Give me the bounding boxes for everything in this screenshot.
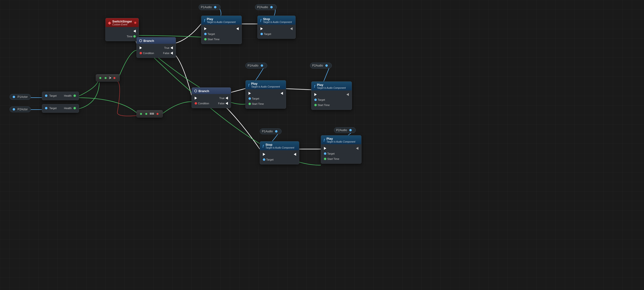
branch2-exec-in-pin	[195, 97, 197, 99]
p2audio-bottom-node: P2Audio	[334, 127, 356, 133]
play-ml-starttime-row: Start Time	[246, 101, 266, 106]
play-mid-left-node: ƒ Play Target is Audio Component Target …	[246, 80, 286, 109]
branch2-exec-in	[192, 95, 211, 101]
play-ml-exec-out-pin	[280, 92, 283, 95]
stop-top-header: ƒ Stop Target is Audio Component	[258, 16, 296, 25]
play-mid-left-subtitle: Target is Audio Component	[251, 85, 280, 88]
play-func-icon: ƒ	[204, 19, 206, 22]
stop-bottom-icon: ƒ	[262, 144, 264, 148]
condition-pin	[140, 52, 142, 54]
branch1-title: Branch	[144, 39, 154, 43]
play-ml-exec-out	[278, 91, 286, 96]
play-br-icon: ƒ	[324, 138, 325, 142]
stop-top-exec-in	[258, 26, 273, 31]
false-label: False	[163, 52, 170, 54]
stop-bottom-exec-in-pin	[263, 153, 265, 156]
stop-bottom-target-pin	[263, 158, 265, 161]
stop-bottom-header: ƒ Stop Target is Audio Component	[260, 141, 299, 150]
p2audio-top-node: P2Audio	[255, 4, 277, 10]
play-ml-exec-in	[246, 91, 266, 96]
play-br-starttime-row: Start Time	[321, 156, 341, 162]
play-mr-starttime-label: Start Time	[318, 104, 330, 106]
branch-icon: ⬡	[139, 39, 142, 43]
play-top-exec-in-pin	[204, 27, 206, 30]
p1audio-mid-label: P1Audio	[248, 64, 258, 67]
p1audio-top-node: P1Audio	[199, 4, 220, 10]
p2actor-pin	[13, 108, 15, 111]
compare-eq-node: ==	[136, 110, 163, 117]
play-top-title: Play	[207, 17, 236, 21]
branch2-true-pin	[226, 97, 228, 99]
switch-singer-node: ◆ SwitchSinger Custom Event Time	[105, 18, 139, 41]
get-health1-node: Target Health	[42, 92, 79, 100]
diamond-icon: ◆	[108, 20, 111, 25]
play-br-title: Play	[326, 137, 355, 140]
play-top-target-pin	[204, 33, 206, 35]
health-out2-pin	[74, 107, 76, 109]
target-in2-label: Target	[49, 107, 57, 110]
p1actor-label: P1Actor	[18, 95, 28, 99]
play-ml-target-pin	[248, 97, 251, 100]
play-top-subtitle: Target is Audio Component	[207, 21, 236, 23]
play-mr-exec-out-pin	[346, 93, 349, 96]
branch2-true-row: True	[216, 95, 231, 101]
true-label: True	[164, 46, 170, 49]
play-br-target-pin	[324, 152, 326, 155]
target-in2-pin	[45, 107, 48, 109]
play-mid-right-node: ƒ Play Target is Audio Component Target …	[311, 81, 352, 110]
p2audio-mid-pin	[325, 64, 328, 67]
switch-singer-subtitle: Custom Event	[112, 23, 132, 26]
play-mid-left-icon: ƒ	[248, 83, 250, 87]
branch1-false-row: False	[161, 50, 176, 56]
gt-in1	[99, 77, 101, 79]
play-br-header: ƒ Play Target is Audio Component	[321, 135, 361, 144]
branch2-title: Branch	[198, 89, 209, 93]
compare-gt-header: >	[96, 74, 120, 81]
stop-bottom-exec-out	[291, 152, 299, 157]
play-br-exec-out	[353, 146, 361, 151]
eq-in2	[145, 113, 147, 115]
play-top-target-label: Target	[208, 32, 215, 35]
play-ml-target-label: Target	[252, 97, 259, 100]
true-pin	[170, 46, 173, 49]
branch1-node: ⬡ Branch Condition True False	[136, 37, 176, 58]
time-pin	[133, 35, 136, 37]
branch2-false-row: False	[216, 101, 231, 106]
play-mr-starttime-row: Start Time	[312, 102, 332, 108]
compare-gt-node: >	[96, 74, 120, 82]
play-top-starttime-label: Start Time	[208, 38, 220, 41]
p1audio-bottom-label: P1Audio	[262, 130, 273, 133]
play-mid-right-icon: ƒ	[314, 84, 316, 88]
p1audio-mid-node: P1Audio	[246, 63, 267, 68]
gt-in2	[104, 77, 106, 79]
health-out-pin	[74, 94, 76, 97]
stop-bottom-target-row: Target	[260, 157, 276, 162]
stop-bottom-subtitle: Target is Audio Component	[266, 146, 294, 149]
time-out-row: Time	[106, 34, 138, 39]
play-mid-right-subtitle: Target is Audio Component	[317, 87, 346, 89]
exec-in-pin	[140, 46, 142, 49]
eq-in1	[140, 113, 142, 115]
play-mid-left-title: Play	[251, 82, 280, 85]
branch2-icon: ⬡	[194, 89, 197, 93]
p1audio-mid-pin	[261, 64, 263, 67]
p2audio-bottom-pin	[349, 129, 352, 131]
gt-out	[114, 77, 116, 79]
p2audio-mid-node: P2Audio	[310, 63, 332, 68]
play-mid-right-title: Play	[317, 83, 346, 87]
eq-out	[156, 113, 158, 115]
p1audio-bottom-pin	[275, 130, 278, 133]
play-br-starttime-pin	[324, 158, 326, 160]
play-bottom-right-node: ƒ Play Target is Audio Component Target …	[321, 135, 362, 164]
play-br-exec-in	[321, 146, 341, 151]
time-label: Time	[127, 35, 132, 38]
p2audio-top-pin	[270, 6, 273, 8]
branch2-condition-pin	[195, 102, 197, 105]
play-mr-exec-out	[344, 92, 352, 97]
compare-eq-title: ==	[150, 112, 154, 116]
play-mr-target-pin	[314, 99, 317, 101]
false-pin	[170, 52, 173, 54]
play-top-starttime-pin	[204, 38, 206, 40]
play-top-target-row: Target	[201, 31, 222, 37]
p1actor-node: P1Actor	[10, 94, 31, 100]
